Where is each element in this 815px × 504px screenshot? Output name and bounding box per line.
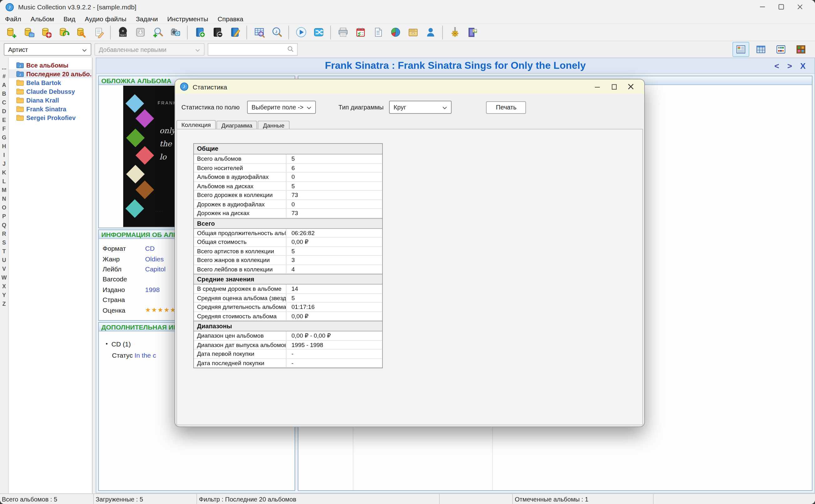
- alphabet-letter[interactable]: Y: [0, 291, 8, 300]
- sidebar-item[interactable]: ♪Все альбомы: [9, 61, 92, 69]
- alphabet-letter[interactable]: I: [0, 151, 8, 159]
- alphabet-letter[interactable]: U: [0, 256, 8, 265]
- settings-icon[interactable]: [446, 24, 463, 40]
- album-info-label: Формат: [103, 244, 145, 252]
- cd-text-import-icon[interactable]: TEXT: [114, 24, 131, 40]
- alphabet-letter[interactable]: D: [0, 107, 8, 116]
- menu-item[interactable]: Справка: [218, 15, 243, 22]
- advanced-search-icon[interactable]: [250, 24, 268, 40]
- next-album-button[interactable]: >: [787, 61, 792, 70]
- alphabet-letter[interactable]: G: [0, 133, 8, 142]
- close-button[interactable]: [791, 1, 809, 13]
- maximize-button[interactable]: [772, 1, 791, 13]
- sidebar-item[interactable]: Frank Sinatra: [9, 104, 92, 113]
- menu-item[interactable]: Аудио файлы: [85, 15, 126, 22]
- exit-icon[interactable]: [463, 24, 481, 40]
- play-album-icon[interactable]: [292, 24, 310, 40]
- alphabet-letter[interactable]: L: [0, 177, 8, 186]
- open-database-icon[interactable]: [19, 24, 37, 40]
- tab-collection[interactable]: Коллекция: [176, 120, 216, 129]
- alphabet-letter[interactable]: ...: [0, 63, 8, 72]
- minimize-button[interactable]: [753, 1, 772, 13]
- view-table-button[interactable]: [752, 42, 769, 57]
- view-shelf-button[interactable]: [792, 42, 809, 57]
- tasks-icon[interactable]: [352, 24, 369, 40]
- alphabet-letter[interactable]: O: [0, 203, 8, 212]
- cover-diamond: [126, 128, 144, 147]
- app-music-note-icon: ♪: [6, 3, 14, 11]
- alphabet-letter[interactable]: E: [0, 116, 8, 124]
- sidebar-item[interactable]: Bela Bartok: [9, 78, 92, 87]
- alphabet-letter[interactable]: N: [0, 194, 8, 203]
- alphabet-letter[interactable]: W: [0, 273, 8, 282]
- alphabet-letter[interactable]: F: [0, 124, 8, 133]
- prev-album-button[interactable]: <: [774, 61, 779, 70]
- sidebar-item[interactable]: Claude Debussy: [9, 87, 92, 96]
- sort-select[interactable]: Добавленные первыми: [94, 43, 205, 56]
- search-audio-files-icon[interactable]: ♪: [268, 24, 285, 40]
- delete-album-icon[interactable]: [208, 24, 226, 40]
- chart-type-select[interactable]: Круг: [389, 101, 452, 114]
- reports-icon[interactable]: [369, 24, 387, 40]
- alphabet-letter[interactable]: B: [0, 89, 8, 98]
- stats-row-value: 0,00 ₽: [286, 312, 308, 320]
- stats-row-label: Дата первой покупки: [194, 350, 286, 358]
- media-scan-icon[interactable]: [166, 24, 184, 40]
- print-button[interactable]: Печать: [486, 101, 526, 113]
- album-info-value: 1998: [145, 286, 160, 293]
- edit-lists-icon[interactable]: [89, 24, 107, 40]
- loans-icon[interactable]: [404, 24, 422, 40]
- cover-diamond: [125, 199, 144, 217]
- alphabet-letter[interactable]: #: [0, 72, 8, 81]
- alphabet-letter[interactable]: P: [0, 212, 8, 221]
- alphabet-letter[interactable]: H: [0, 142, 8, 151]
- view-thumbnails-button[interactable]: [772, 42, 789, 57]
- alphabet-letter[interactable]: M: [0, 186, 8, 194]
- sidebar-item[interactable]: Diana Krall: [9, 96, 92, 104]
- tab-chart[interactable]: Диаграмма: [216, 121, 257, 129]
- borrowers-icon[interactable]: [422, 24, 439, 40]
- alphabet-letter[interactable]: V: [0, 265, 8, 273]
- alphabet-letter[interactable]: A: [0, 81, 8, 89]
- menu-item[interactable]: Вид: [63, 15, 75, 22]
- stat-field-select[interactable]: Выберите поле ->: [247, 101, 316, 114]
- download-album-data-icon[interactable]: [131, 24, 149, 40]
- close-album-button[interactable]: X: [800, 61, 806, 70]
- alphabet-letter[interactable]: Z: [0, 300, 8, 308]
- search-online-icon[interactable]: [149, 24, 166, 40]
- alphabet-letter[interactable]: C: [0, 98, 8, 107]
- random-album-icon[interactable]: [310, 24, 327, 40]
- dialog-maximize-button[interactable]: [605, 81, 622, 92]
- alphabet-letter[interactable]: T: [0, 247, 8, 256]
- menu-item[interactable]: Альбом: [31, 15, 54, 22]
- menu-item[interactable]: Файл: [5, 15, 21, 22]
- add-album-icon[interactable]: [191, 24, 208, 40]
- sidebar-item[interactable]: ♪Последние 20 альбо...: [9, 69, 92, 78]
- dialog-minimize-button[interactable]: [589, 81, 605, 92]
- alphabet-letter[interactable]: X: [0, 282, 8, 291]
- statistics-icon[interactable]: [387, 24, 404, 40]
- view-details-button[interactable]: [732, 42, 749, 57]
- menu-item[interactable]: Инструменты: [167, 15, 208, 22]
- repair-database-icon[interactable]: [72, 24, 89, 40]
- search-input[interactable]: [211, 46, 287, 53]
- menu-item[interactable]: Задачи: [136, 15, 158, 22]
- backup-database-icon[interactable]: [37, 24, 54, 40]
- alphabet-letter[interactable]: K: [0, 168, 8, 177]
- search-icon[interactable]: [287, 44, 294, 55]
- edit-album-icon[interactable]: [226, 24, 243, 40]
- new-database-icon[interactable]: [2, 24, 19, 40]
- sidebar-splitter[interactable]: [93, 58, 96, 493]
- alphabet-letter[interactable]: R: [0, 229, 8, 238]
- alphabet-letter[interactable]: J: [0, 159, 8, 168]
- svg-text:TEXT: TEXT: [119, 34, 126, 37]
- category-select[interactable]: Артист: [4, 43, 91, 56]
- restore-database-icon[interactable]: [54, 24, 72, 40]
- stats-row-value: 73: [286, 191, 298, 199]
- dialog-close-button[interactable]: [622, 81, 639, 92]
- alphabet-letter[interactable]: Q: [0, 221, 8, 229]
- alphabet-letter[interactable]: S: [0, 238, 8, 247]
- sidebar-item[interactable]: Sergei Prokofiev: [9, 113, 92, 122]
- print-icon[interactable]: [334, 24, 352, 40]
- tab-data[interactable]: Данные: [258, 121, 290, 129]
